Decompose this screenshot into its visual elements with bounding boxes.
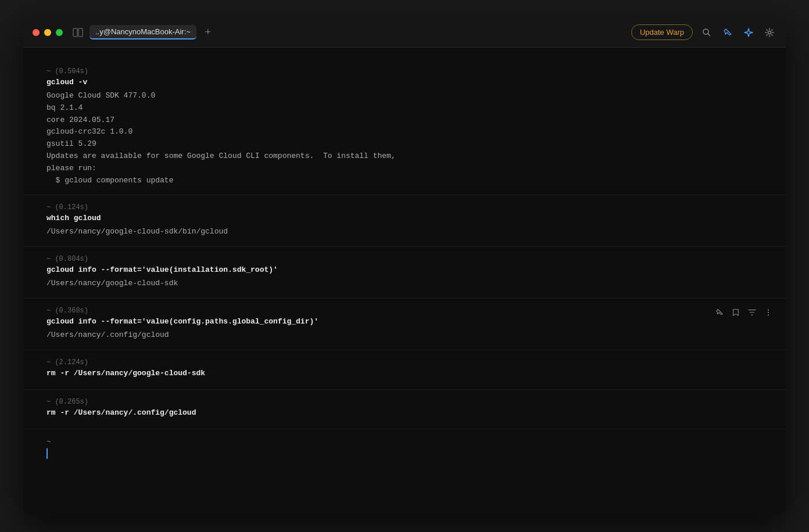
tab-label: ..y@NancynoMacBook-Air:~ [95, 27, 191, 36]
block-time: ~ (2.124s) [46, 358, 763, 366]
block-command: gcloud info --format='value(installation… [46, 265, 763, 274]
block-command: gcloud info --format='value(config.paths… [46, 317, 763, 326]
active-tab[interactable]: ..y@NancynoMacBook-Air:~ [90, 25, 196, 39]
block-command: rm -r /Users/nancy/.config/gcloud [46, 408, 763, 417]
block-output: Google Cloud SDK 477.0.0 bq 2.1.4 core 2… [46, 90, 763, 186]
traffic-lights [33, 29, 63, 36]
block-time: ~ (0.504s) [46, 67, 763, 76]
tab-area: ..y@NancynoMacBook-Air:~ + [72, 25, 631, 39]
titlebar: ..y@NancynoMacBook-Air:~ + Update Warp [23, 17, 786, 48]
block-actions [714, 307, 774, 318]
block-command: gcloud -v [46, 78, 763, 87]
more-block-icon[interactable] [763, 307, 774, 318]
new-tab-button[interactable]: + [201, 26, 215, 39]
svg-point-4 [768, 310, 769, 311]
block-command: which gcloud [46, 214, 763, 222]
terminal-block: ~ (0.368s) gcloud info --format='value(c… [23, 299, 786, 350]
bookmark-block-icon[interactable] [730, 307, 742, 318]
terminal-block: ~ (0.804s) gcloud info --format='value(i… [23, 247, 786, 299]
settings-icon[interactable] [763, 26, 776, 39]
pin-icon[interactable] [721, 26, 735, 39]
ai-icon[interactable] [742, 26, 756, 39]
svg-rect-0 [73, 28, 77, 37]
cursor [46, 448, 48, 459]
titlebar-actions: Update Warp [631, 24, 776, 40]
cursor-line [46, 448, 763, 459]
block-time: ~ (0.265s) [46, 398, 763, 406]
maximize-button[interactable] [56, 29, 63, 36]
terminal-content[interactable]: ~ (0.504s) gcloud -v Google Cloud SDK 47… [23, 48, 786, 515]
update-warp-button[interactable]: Update Warp [631, 24, 693, 40]
block-command: rm -r /Users/nancy/google-cloud-sdk [46, 369, 763, 378]
terminal-block: ~ (2.124s) rm -r /Users/nancy/google-clo… [23, 350, 786, 390]
prompt-tilde: ~ [46, 437, 763, 446]
block-time: ~ (0.804s) [46, 255, 763, 263]
svg-point-5 [768, 312, 769, 313]
block-output: /Users/nancy/.config/gcloud [46, 329, 763, 342]
filter-block-icon[interactable] [746, 307, 758, 318]
svg-rect-1 [78, 28, 83, 37]
block-output: /Users/nancy/google-cloud-sdk/bin/gcloud [46, 226, 763, 238]
terminal-window: ..y@NancynoMacBook-Air:~ + Update Warp [23, 17, 786, 515]
close-button[interactable] [33, 29, 40, 36]
block-time: ~ (0.368s) [46, 307, 763, 315]
terminal-block: ~ (0.504s) gcloud -v Google Cloud SDK 47… [23, 59, 786, 195]
pin-block-icon[interactable] [714, 307, 725, 318]
minimize-button[interactable] [44, 29, 51, 36]
svg-point-3 [768, 31, 771, 34]
search-icon[interactable] [700, 26, 714, 39]
block-output: /Users/nancy/google-cloud-sdk [46, 278, 763, 290]
split-pane-icon [72, 27, 84, 38]
svg-point-6 [768, 314, 769, 315]
block-time: ~ (0.124s) [46, 203, 763, 211]
terminal-block: ~ (0.124s) which gcloud /Users/nancy/goo… [23, 195, 786, 247]
terminal-block: ~ (0.265s) rm -r /Users/nancy/.config/gc… [23, 390, 786, 429]
prompt-block[interactable]: ~ [23, 429, 786, 467]
